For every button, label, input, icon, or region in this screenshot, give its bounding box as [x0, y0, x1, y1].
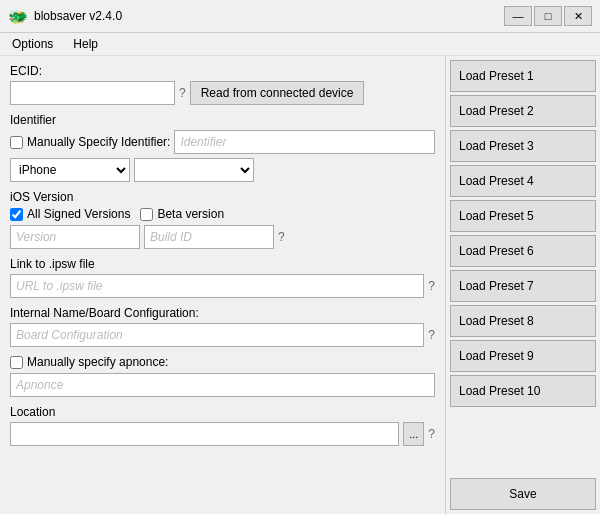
load-preset-10-button[interactable]: Load Preset 10 — [450, 375, 596, 407]
minimize-button[interactable]: — — [504, 6, 532, 26]
board-config-input[interactable] — [10, 323, 424, 347]
board-config-group: Internal Name/Board Configuration: ? — [10, 306, 435, 347]
main-layout: ECID: ? Read from connected device Ident… — [0, 56, 600, 514]
board-question: ? — [428, 328, 435, 342]
browse-button[interactable]: ... — [403, 422, 424, 446]
all-signed-checkbox[interactable] — [10, 208, 23, 221]
all-signed-text: All Signed Versions — [27, 207, 130, 221]
ios-version-group: iOS Version All Signed Versions Beta ver… — [10, 190, 435, 249]
ipsw-label: Link to .ipsw file — [10, 257, 435, 271]
read-device-button[interactable]: Read from connected device — [190, 81, 365, 105]
left-panel: ECID: ? Read from connected device Ident… — [0, 56, 445, 514]
ecid-input[interactable] — [10, 81, 175, 105]
all-signed-label[interactable]: All Signed Versions — [10, 207, 130, 221]
ipsw-group: Link to .ipsw file ? — [10, 257, 435, 298]
load-preset-8-button[interactable]: Load Preset 8 — [450, 305, 596, 337]
location-group: Location C:\Users\liuwei-win10\Blobs ...… — [10, 405, 435, 446]
manually-specify-checkbox[interactable] — [10, 136, 23, 149]
load-preset-9-button[interactable]: Load Preset 9 — [450, 340, 596, 372]
beta-text: Beta version — [157, 207, 224, 221]
buildid-input[interactable] — [144, 225, 274, 249]
apnonce-checkbox-label[interactable]: Manually specify apnonce: — [10, 355, 435, 369]
identifier-input[interactable] — [174, 130, 435, 154]
close-button[interactable]: ✕ — [564, 6, 592, 26]
manually-specify-label: Manually Specify Identifier: — [27, 135, 170, 149]
device-type-select[interactable]: iPhone — [10, 158, 130, 182]
apnonce-label: Manually specify apnonce: — [27, 355, 168, 369]
menu-help[interactable]: Help — [65, 35, 106, 53]
ecid-question: ? — [179, 86, 186, 100]
beta-label[interactable]: Beta version — [140, 207, 224, 221]
load-preset-3-button[interactable]: Load Preset 3 — [450, 130, 596, 162]
ecid-label: ECID: — [10, 64, 42, 78]
load-preset-6-button[interactable]: Load Preset 6 — [450, 235, 596, 267]
ecid-group: ECID: ? Read from connected device — [10, 64, 435, 105]
title-bar: 🐲 blobsaver v2.4.0 — □ ✕ — [0, 0, 600, 33]
beta-checkbox[interactable] — [140, 208, 153, 221]
ipsw-input[interactable] — [10, 274, 424, 298]
title-text: blobsaver v2.4.0 — [34, 9, 122, 23]
ipsw-question: ? — [428, 279, 435, 293]
apnonce-group: Manually specify apnonce: — [10, 355, 435, 397]
save-button[interactable]: Save — [450, 478, 596, 510]
version-question: ? — [278, 230, 285, 244]
menu-bar: Options Help — [0, 33, 600, 56]
right-panel: Load Preset 1 Load Preset 2 Load Preset … — [445, 56, 600, 514]
app-icon: 🐲 — [8, 7, 28, 26]
load-preset-1-button[interactable]: Load Preset 1 — [450, 60, 596, 92]
location-input[interactable]: C:\Users\liuwei-win10\Blobs — [10, 422, 399, 446]
load-preset-4-button[interactable]: Load Preset 4 — [450, 165, 596, 197]
maximize-button[interactable]: □ — [534, 6, 562, 26]
apnonce-checkbox[interactable] — [10, 356, 23, 369]
apnonce-input[interactable] — [10, 373, 435, 397]
location-question: ? — [428, 427, 435, 441]
load-preset-2-button[interactable]: Load Preset 2 — [450, 95, 596, 127]
identifier-label: Identifier — [10, 113, 435, 127]
load-preset-7-button[interactable]: Load Preset 7 — [450, 270, 596, 302]
device-model-select[interactable] — [134, 158, 254, 182]
window-controls: — □ ✕ — [504, 6, 592, 26]
load-preset-5-button[interactable]: Load Preset 5 — [450, 200, 596, 232]
menu-options[interactable]: Options — [4, 35, 61, 53]
identifier-group: Identifier Manually Specify Identifier: … — [10, 113, 435, 182]
board-config-label: Internal Name/Board Configuration: — [10, 306, 435, 320]
version-input[interactable] — [10, 225, 140, 249]
ios-version-label: iOS Version — [10, 190, 435, 204]
location-label: Location — [10, 405, 435, 419]
